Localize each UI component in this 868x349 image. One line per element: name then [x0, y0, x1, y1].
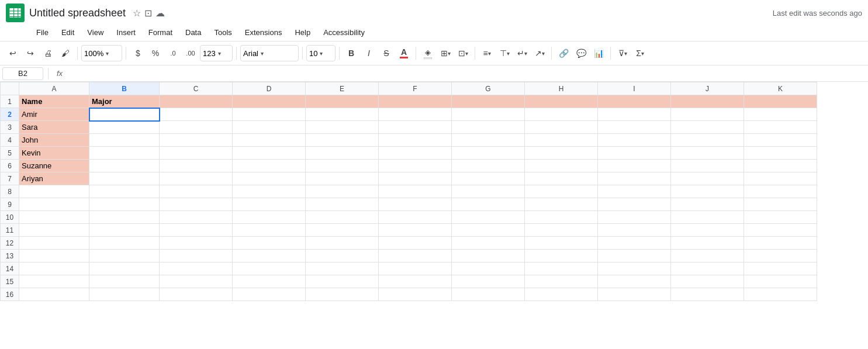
- cell-C5[interactable]: [160, 147, 233, 160]
- insert-chart-button[interactable]: 📊: [590, 45, 607, 61]
- cell-C2[interactable]: [160, 108, 233, 121]
- row-num-1[interactable]: 1: [1, 95, 19, 108]
- align-v-button[interactable]: ⊤ ▾: [496, 45, 513, 61]
- cell-A9[interactable]: [19, 198, 89, 211]
- cell-K5[interactable]: [744, 147, 817, 160]
- cell-D12[interactable]: [233, 237, 306, 250]
- cell-B6[interactable]: [89, 160, 160, 172]
- cell-J8[interactable]: [671, 185, 744, 198]
- cell-D8[interactable]: [233, 185, 306, 198]
- cell-E4[interactable]: [306, 134, 379, 147]
- cell-H11[interactable]: [525, 224, 598, 237]
- row-num-12[interactable]: 12: [1, 237, 19, 250]
- cell-C7[interactable]: [160, 172, 233, 185]
- cell-D2[interactable]: [233, 108, 306, 121]
- cell-H10[interactable]: [525, 211, 598, 224]
- cell-K15[interactable]: [744, 275, 817, 288]
- cell-I13[interactable]: [598, 250, 671, 262]
- cell-D13[interactable]: [233, 250, 306, 262]
- cell-C1[interactable]: [160, 95, 233, 108]
- row-num-16[interactable]: 16: [1, 288, 19, 301]
- font-select[interactable]: Arial ▾: [240, 45, 299, 61]
- cell-G9[interactable]: [452, 198, 525, 211]
- row-num-9[interactable]: 9: [1, 198, 19, 211]
- cell-C9[interactable]: [160, 198, 233, 211]
- cell-G6[interactable]: [452, 160, 525, 172]
- cell-A12[interactable]: [19, 237, 89, 250]
- cell-G3[interactable]: [452, 121, 525, 134]
- cell-K9[interactable]: [744, 198, 817, 211]
- cell-A4[interactable]: John: [19, 134, 89, 147]
- cell-G13[interactable]: [452, 250, 525, 262]
- cell-I16[interactable]: [598, 288, 671, 301]
- cell-B1[interactable]: Major: [89, 95, 160, 108]
- cell-D6[interactable]: [233, 160, 306, 172]
- drive-icon[interactable]: ⊡: [144, 8, 152, 19]
- cell-G15[interactable]: [452, 275, 525, 288]
- fill-color-button[interactable]: ◈: [420, 45, 436, 61]
- cell-H7[interactable]: [525, 172, 598, 185]
- text-color-button[interactable]: A: [396, 45, 412, 61]
- cell-G12[interactable]: [452, 237, 525, 250]
- cell-E14[interactable]: [306, 262, 379, 275]
- row-num-3[interactable]: 3: [1, 121, 19, 134]
- row-num-11[interactable]: 11: [1, 224, 19, 237]
- cell-D3[interactable]: [233, 121, 306, 134]
- cell-G8[interactable]: [452, 185, 525, 198]
- cell-A8[interactable]: [19, 185, 89, 198]
- col-header-g[interactable]: G: [452, 82, 525, 95]
- cell-G16[interactable]: [452, 288, 525, 301]
- cell-F8[interactable]: [379, 185, 452, 198]
- cell-K3[interactable]: [744, 121, 817, 134]
- row-num-14[interactable]: 14: [1, 262, 19, 275]
- cell-B3[interactable]: [89, 121, 160, 134]
- menu-format[interactable]: Format: [143, 26, 178, 39]
- cell-I11[interactable]: [598, 224, 671, 237]
- cell-K7[interactable]: [744, 172, 817, 185]
- cloud-icon[interactable]: ☁: [155, 8, 165, 19]
- menu-help[interactable]: Help: [289, 26, 316, 39]
- cell-J13[interactable]: [671, 250, 744, 262]
- cell-K8[interactable]: [744, 185, 817, 198]
- cell-D9[interactable]: [233, 198, 306, 211]
- cell-G4[interactable]: [452, 134, 525, 147]
- cell-D7[interactable]: [233, 172, 306, 185]
- cell-H5[interactable]: [525, 147, 598, 160]
- cell-A11[interactable]: [19, 224, 89, 237]
- cell-G10[interactable]: [452, 211, 525, 224]
- cell-F1[interactable]: [379, 95, 452, 108]
- merge-button[interactable]: ⊡ ▾: [455, 45, 471, 61]
- cell-C8[interactable]: [160, 185, 233, 198]
- filter-button[interactable]: ⊽ ▾: [614, 45, 631, 61]
- cell-B2[interactable]: [89, 108, 160, 121]
- cell-A13[interactable]: [19, 250, 89, 262]
- cell-C13[interactable]: [160, 250, 233, 262]
- zoom-select[interactable]: 100% ▾: [81, 45, 122, 61]
- col-header-h[interactable]: H: [525, 82, 598, 95]
- cell-F9[interactable]: [379, 198, 452, 211]
- col-header-b[interactable]: B: [89, 82, 160, 95]
- print-button[interactable]: 🖨: [40, 45, 56, 61]
- cell-K13[interactable]: [744, 250, 817, 262]
- strikethrough-button[interactable]: S: [378, 45, 395, 61]
- row-num-15[interactable]: 15: [1, 275, 19, 288]
- cell-B12[interactable]: [89, 237, 160, 250]
- menu-extensions[interactable]: Extensions: [239, 26, 288, 39]
- cell-I1[interactable]: [598, 95, 671, 108]
- cell-G5[interactable]: [452, 147, 525, 160]
- font-size-select[interactable]: 10 ▾: [306, 45, 336, 61]
- row-num-13[interactable]: 13: [1, 250, 19, 262]
- functions-button[interactable]: Σ ▾: [632, 45, 648, 61]
- percent-button[interactable]: %: [147, 45, 164, 61]
- row-num-7[interactable]: 7: [1, 172, 19, 185]
- cell-C11[interactable]: [160, 224, 233, 237]
- cell-F3[interactable]: [379, 121, 452, 134]
- cell-J5[interactable]: [671, 147, 744, 160]
- cell-E15[interactable]: [306, 275, 379, 288]
- cell-B11[interactable]: [89, 224, 160, 237]
- row-num-6[interactable]: 6: [1, 160, 19, 172]
- cell-D14[interactable]: [233, 262, 306, 275]
- menu-insert[interactable]: Insert: [110, 26, 141, 39]
- cell-J16[interactable]: [671, 288, 744, 301]
- cell-K6[interactable]: [744, 160, 817, 172]
